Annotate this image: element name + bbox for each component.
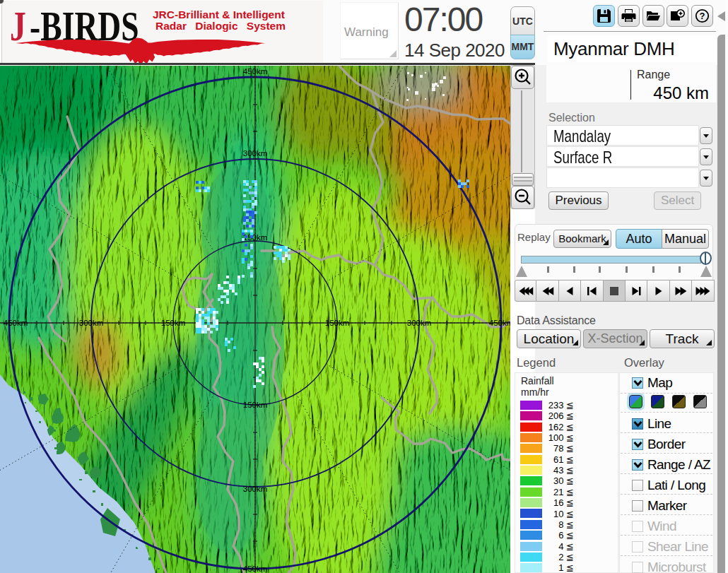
- svg-text:150km: 150km: [325, 319, 350, 327]
- svg-text:300km: 300km: [407, 319, 432, 327]
- svg-text:300km: 300km: [243, 485, 268, 493]
- svg-text:450km: 450km: [243, 67, 268, 76]
- svg-text:450km: 450km: [489, 319, 510, 327]
- svg-text:300km: 300km: [79, 319, 104, 327]
- svg-text:?: ?: [700, 11, 705, 21]
- svg-text:Radar Dialogic System: Radar Dialogic System: [155, 20, 286, 32]
- svg-text:150km: 150km: [243, 401, 268, 409]
- svg-text:JRC-Brilliant & Intelligent: JRC-Brilliant & Intelligent: [153, 8, 285, 20]
- svg-text:450km: 450km: [4, 319, 28, 327]
- svg-text:450km: 450km: [243, 565, 268, 573]
- svg-text:300km: 300km: [243, 149, 268, 158]
- svg-text:150km: 150km: [161, 319, 186, 327]
